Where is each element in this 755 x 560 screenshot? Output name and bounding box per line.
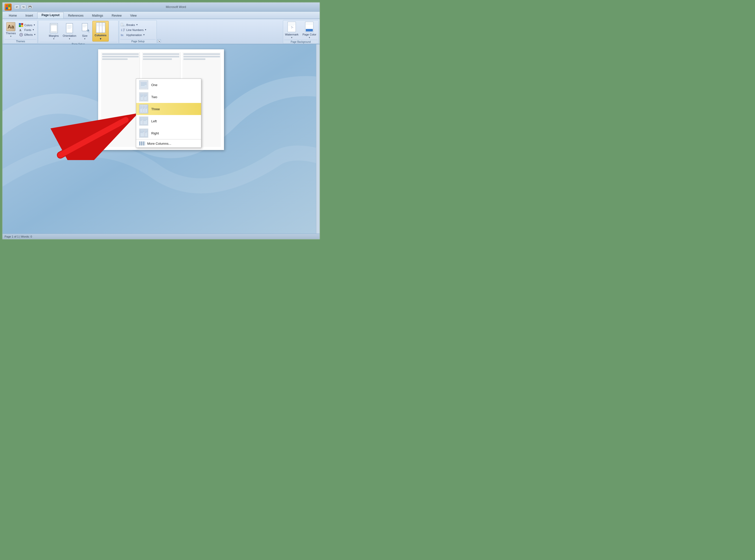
- status-bar: Page 1 of 1 | Words: 0: [2, 234, 320, 239]
- line-numbers-icon: 1: [121, 28, 125, 32]
- save-btn[interactable]: 💾: [27, 5, 33, 9]
- columns-three-item[interactable]: Three: [136, 103, 201, 115]
- svg-rect-71: [144, 94, 147, 100]
- svg-rect-109: [139, 141, 140, 145]
- size-button[interactable]: Size ▼: [79, 22, 90, 41]
- columns-two-label: Two: [151, 95, 157, 99]
- page-color-label: Page Color: [303, 33, 317, 36]
- svg-rect-3: [8, 7, 10, 9]
- fonts-button[interactable]: A Fonts ▼: [18, 28, 36, 32]
- orientation-button[interactable]: Orientation ▼: [62, 22, 77, 41]
- colors-button[interactable]: Colors ▼: [18, 23, 36, 27]
- watermark-arrow: ▼: [291, 37, 293, 39]
- title-bar-controls: ↩ ↪ 💾: [14, 5, 33, 9]
- svg-rect-102: [145, 129, 147, 137]
- columns-right-icon: [139, 128, 148, 138]
- undo-btn[interactable]: ↩: [14, 5, 20, 9]
- svg-rect-7: [21, 25, 23, 27]
- hyphenation-arrow: ▼: [143, 34, 145, 36]
- breaks-label: Breaks: [126, 23, 135, 26]
- breaks-arrow: ▼: [136, 24, 138, 26]
- hyphenation-icon: bc -: [121, 33, 125, 37]
- columns-two-item[interactable]: Two: [136, 91, 201, 103]
- text-line: [183, 53, 220, 55]
- text-line: [143, 56, 180, 57]
- svg-point-10: [20, 34, 22, 36]
- hyphenation-label: Hyphenation: [126, 34, 142, 37]
- tab-review[interactable]: Review: [107, 13, 126, 19]
- tab-home[interactable]: Home: [4, 13, 21, 19]
- svg-rect-110: [141, 141, 142, 145]
- colors-label: Colors: [24, 24, 33, 27]
- svg-rect-22: [82, 23, 87, 31]
- columns-two-icon: [139, 92, 148, 101]
- fonts-icon: A: [19, 28, 23, 32]
- breaks-button[interactable]: Breaks ▼: [120, 23, 156, 27]
- columns-right-item[interactable]: Right: [136, 127, 201, 139]
- line-numbers-button[interactable]: 1 Line Numbers ▼: [120, 28, 156, 32]
- themes-group-content: Aa Themes ▼ Col: [5, 21, 36, 39]
- expand-icon[interactable]: ↘: [157, 39, 161, 43]
- redo-btn[interactable]: ↪: [21, 5, 26, 9]
- page-setup-expand[interactable]: ↘: [157, 20, 161, 44]
- app-window: ↩ ↪ 💾 Microsoft Word Home Insert Page La…: [2, 2, 320, 240]
- tab-insert[interactable]: Insert: [21, 13, 37, 19]
- svg-rect-101: [140, 129, 144, 137]
- watermark-icon: A: [287, 21, 296, 33]
- text-line: [102, 56, 139, 57]
- page-color-button[interactable]: Page Color ▼: [302, 21, 318, 39]
- themes-group: Aa Themes ▼ Col: [3, 20, 38, 44]
- svg-rect-70: [140, 94, 143, 100]
- watermark-button[interactable]: A Watermark ▼: [284, 21, 300, 39]
- page-bg-group-label: Page Background: [284, 40, 318, 44]
- margins-icon: [49, 23, 58, 34]
- page-background-group: A Watermark ▼: [283, 20, 319, 44]
- svg-text:-: -: [123, 34, 124, 37]
- text-line: [102, 58, 128, 60]
- svg-rect-4: [19, 23, 21, 25]
- effects-arrow: ▼: [34, 34, 36, 36]
- document-area: One Two: [2, 44, 320, 234]
- themes-button[interactable]: Aa Themes ▼: [5, 22, 17, 38]
- columns-three-icon: [139, 104, 148, 114]
- columns-button[interactable]: Columns ▼: [93, 21, 109, 42]
- ribbon-spacer: [161, 20, 282, 44]
- text-line: [143, 53, 180, 55]
- themes-icon: Aa: [6, 22, 15, 31]
- columns-left-label: Left: [151, 119, 157, 123]
- text-line: [183, 56, 220, 57]
- window-title: Microsoft Word: [34, 5, 318, 9]
- columns-dropdown: One Two: [136, 79, 201, 148]
- ribbon-body: Aa Themes ▼ Col: [2, 19, 320, 44]
- more-columns-label: More Columns...: [147, 142, 171, 145]
- tab-references[interactable]: References: [64, 13, 87, 19]
- more-columns-item[interactable]: More Columns...: [136, 139, 201, 147]
- themes-group-label: Themes: [5, 39, 36, 43]
- effects-button[interactable]: Effects ▼: [18, 33, 36, 37]
- breaks-content: Breaks ▼ 1 Line Numbers ▼: [120, 21, 156, 39]
- columns-left-item[interactable]: Left: [136, 115, 201, 127]
- hyphenation-button[interactable]: bc - Hyphenation ▼: [120, 33, 156, 37]
- effects-icon: [19, 33, 23, 37]
- columns-right-label: Right: [151, 132, 159, 135]
- tab-view[interactable]: View: [126, 13, 141, 19]
- tab-mailings[interactable]: Mailings: [88, 13, 107, 19]
- svg-rect-2: [6, 7, 8, 9]
- margins-button[interactable]: Margins ▼: [48, 22, 60, 41]
- columns-arrow: ▼: [99, 37, 102, 40]
- tab-page-layout[interactable]: Page Layout: [37, 12, 64, 19]
- breaks-icon: [121, 23, 125, 27]
- svg-rect-0: [6, 5, 8, 7]
- effects-label: Effects: [24, 33, 33, 36]
- orientation-icon: [65, 23, 74, 34]
- scrollbar[interactable]: [316, 44, 320, 234]
- columns-one-item[interactable]: One: [136, 79, 201, 91]
- page-setup-group: Margins ▼ Orientation: [38, 20, 119, 44]
- breaks-group-label: Page Setup: [120, 39, 156, 43]
- svg-rect-59: [306, 29, 313, 32]
- svg-rect-6: [19, 25, 21, 27]
- more-columns-icon: [139, 141, 145, 146]
- themes-label: Themes: [6, 32, 16, 35]
- page-bg-content: A Watermark ▼: [284, 21, 318, 39]
- columns-three-label: Three: [151, 107, 160, 111]
